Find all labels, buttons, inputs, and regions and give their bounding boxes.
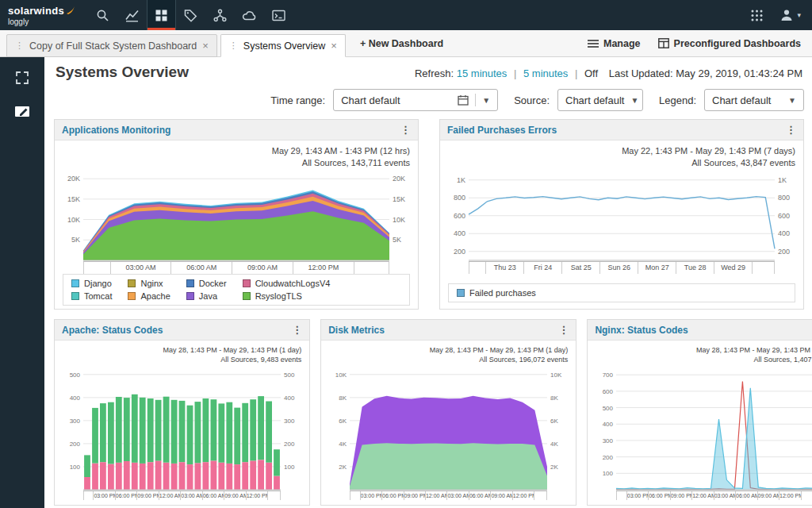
edit-dashboard-icon[interactable] xyxy=(13,103,31,119)
apps-grid-icon[interactable] xyxy=(750,9,764,22)
panel-menu-icon[interactable]: ⋮ xyxy=(786,125,796,135)
fullscreen-icon[interactable] xyxy=(14,70,30,86)
x-axis-label: Sun 26 xyxy=(599,262,638,274)
x-axis-label: 12:00 PM xyxy=(779,491,800,500)
svg-text:15K: 15K xyxy=(393,195,405,203)
chart-subtitle: May 29, 1:43 AM - 1:43 PM (12 hrs) All S… xyxy=(63,145,410,169)
time-range-select[interactable]: Chart default ▼ xyxy=(333,89,498,111)
chart-title: Applications Monitoring xyxy=(62,125,170,136)
dashboards-icon[interactable] xyxy=(147,0,176,30)
svg-text:10K: 10K xyxy=(67,215,80,223)
panel-menu-icon[interactable]: ⋮ xyxy=(292,325,302,335)
svg-text:500: 500 xyxy=(284,371,295,379)
panel-disk-metrics: Disk Metrics ⋮ May 28, 1:43 PM - May 29,… xyxy=(320,319,576,506)
x-axis-stub xyxy=(801,491,812,500)
nginx-status-codes-chart: 1001002002003003004004005005006006007007… xyxy=(594,365,812,491)
x-axis-stub xyxy=(752,262,774,274)
svg-text:10K: 10K xyxy=(335,371,347,379)
svg-text:4K: 4K xyxy=(550,441,558,448)
calendar-icon xyxy=(458,94,469,106)
failed-purchases-chart: 2002004004006006008008001K1K xyxy=(446,170,797,261)
svg-text:600: 600 xyxy=(603,388,614,395)
legend-swatch xyxy=(457,289,465,297)
source-setup-icon[interactable] xyxy=(205,0,235,30)
chart-legend: Failed purchases xyxy=(448,283,795,302)
x-axis-label: 09:00 AM xyxy=(490,491,511,500)
preconfigured-dashboards-button[interactable]: Preconfigured Dashboards xyxy=(658,38,801,49)
legend-swatch xyxy=(71,279,79,287)
x-axis-label: 06:00 PM xyxy=(648,491,669,500)
search-icon[interactable] xyxy=(88,0,117,30)
left-sidebar xyxy=(0,57,44,508)
x-axis-stub xyxy=(350,491,359,500)
x-axis-label: 06:00 AM xyxy=(202,491,224,500)
tags-icon[interactable] xyxy=(176,0,205,30)
x-axis: 03:00 PM06:00 PM09:00 PM12:00 AM03:00 AM… xyxy=(83,491,281,500)
legend-swatch xyxy=(128,279,136,287)
x-axis-label: 09:00 PM xyxy=(136,491,158,500)
svg-text:200: 200 xyxy=(778,247,790,255)
svg-text:10K: 10K xyxy=(550,371,562,379)
drag-grip-icon: ⋮ xyxy=(229,40,238,51)
archiving-icon[interactable] xyxy=(235,0,264,30)
user-menu[interactable]: ▾ xyxy=(779,8,801,22)
x-axis-label: 12:00 AM xyxy=(159,491,180,500)
svg-text:700: 700 xyxy=(603,371,614,379)
brand-line2: loggly xyxy=(8,17,75,26)
svg-text:800: 800 xyxy=(454,194,465,202)
disk-metrics-chart: 2K2K4K4K6K6K8K8K10K10K xyxy=(327,365,569,491)
panel-menu-icon[interactable]: ⋮ xyxy=(400,125,411,135)
refresh-5-link[interactable]: 5 minutes xyxy=(523,67,568,79)
svg-text:1K: 1K xyxy=(778,175,787,183)
user-icon xyxy=(779,8,794,22)
legend-swatch xyxy=(186,292,194,300)
svg-text:4K: 4K xyxy=(339,441,347,448)
svg-text:2K: 2K xyxy=(550,464,558,471)
x-axis-label: 03:00 PM xyxy=(93,491,114,500)
refresh-15-link[interactable]: 15 minutes xyxy=(457,67,508,79)
x-axis-label: 12:00 PM xyxy=(246,491,267,500)
x-axis-label: 12:00 PM xyxy=(512,491,534,500)
manage-button[interactable]: Manage xyxy=(588,38,641,49)
tab-copy-of-full-stack-system-dashboard[interactable]: ⋮ Copy of Full Stack System Dashboard × xyxy=(6,34,217,57)
x-axis-label: 06:00 PM xyxy=(115,491,136,500)
legend-swatch xyxy=(128,292,136,300)
chevron-down-icon: ▾ xyxy=(797,11,801,19)
tab-close-icon[interactable]: × xyxy=(331,40,337,51)
tab-close-icon[interactable]: × xyxy=(202,40,209,51)
x-axis-stub xyxy=(83,262,110,274)
x-axis-label: 09:00 AM xyxy=(757,491,779,500)
live-tail-icon[interactable] xyxy=(264,0,293,30)
svg-text:200: 200 xyxy=(603,454,614,461)
x-axis-label: 03:00 AM xyxy=(180,491,201,500)
panel-menu-icon[interactable]: ⋮ xyxy=(558,325,569,335)
svg-text:600: 600 xyxy=(778,211,790,219)
legend-select[interactable]: Chart default ▼ xyxy=(704,89,804,111)
svg-text:2K: 2K xyxy=(339,464,347,471)
charts-icon[interactable] xyxy=(117,0,147,30)
x-axis-label: 03:00 AM xyxy=(714,491,735,500)
svg-text:800: 800 xyxy=(778,194,790,202)
chart-subtitle: May 28, 1:43 PM - May 29, 1:43 PM (1 day… xyxy=(63,345,301,364)
refresh-off-option[interactable]: Off xyxy=(584,67,598,79)
x-axis: 03:00 AM06:00 AM09:00 AM12:00 PM xyxy=(83,261,389,274)
svg-text:20K: 20K xyxy=(67,175,80,183)
top-nav: solarwinds loggly ▾ xyxy=(0,0,812,30)
legend-swatch xyxy=(243,292,251,300)
legend-swatch xyxy=(243,279,251,287)
x-axis-stub xyxy=(267,491,280,500)
panel-failed-purchases-errors: Failed Purchases Errors ⋮ May 22, 1:43 P… xyxy=(439,119,804,310)
svg-text:5K: 5K xyxy=(393,236,401,244)
svg-text:8K: 8K xyxy=(339,394,347,402)
source-select[interactable]: Chart default ▼ xyxy=(557,89,643,111)
refresh-controls: Refresh: 15 minutes | 5 minutes | Off La… xyxy=(415,67,802,79)
tab-systems-overview[interactable]: ⋮ Systems Overview × xyxy=(220,34,346,57)
last-updated-text: Last Updated: May 29, 2019, 01:43:24 PM xyxy=(609,67,802,79)
legend-label: Legend: xyxy=(659,94,696,106)
new-dashboard-button[interactable]: + New Dashboard xyxy=(349,38,454,49)
source-label: Source: xyxy=(514,94,550,106)
svg-text:400: 400 xyxy=(778,229,790,237)
x-axis-label: Sat 25 xyxy=(561,262,599,274)
x-axis-label: 09:00 AM xyxy=(224,491,245,500)
x-axis-label: 03:00 PM xyxy=(360,491,381,500)
